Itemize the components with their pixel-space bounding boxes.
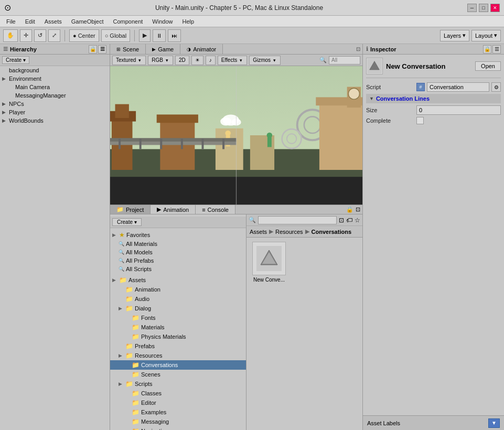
play-button[interactable]: ▶: [139, 29, 151, 42]
pause-button[interactable]: ⏸: [153, 29, 166, 42]
inspector-menu-button[interactable]: ☰: [492, 45, 501, 53]
inspector-section-conversation-lines[interactable]: ▼ Conversation Lines: [366, 94, 501, 103]
step-button[interactable]: ⏭: [168, 29, 181, 42]
close-button[interactable]: ✕: [490, 4, 500, 12]
tab-animation[interactable]: ▶ Animation: [151, 205, 196, 214]
assets-breadcrumb: Assets ▶ Resources ▶ Conversations: [246, 226, 362, 238]
folder-scenes[interactable]: 📁 Scenes: [110, 370, 246, 379]
folder-classes[interactable]: 📁 Classes: [110, 389, 246, 398]
section-arrow-icon: ▼: [369, 96, 374, 101]
project-create-button[interactable]: Create ▾: [112, 218, 142, 226]
color-mode-dropdown[interactable]: RGB ▾: [148, 56, 173, 65]
hierarchy-item-player[interactable]: ▶ Player: [0, 108, 110, 116]
folder-icon: 📁: [132, 371, 140, 378]
layout-dropdown[interactable]: Layout ▾: [471, 30, 501, 41]
hand-tool-button[interactable]: ✋: [3, 29, 18, 42]
sun-button[interactable]: ☀: [191, 56, 203, 65]
folder-icon: 📁: [132, 427, 140, 430]
project-toolbar: Create ▾: [110, 217, 246, 228]
layers-dropdown[interactable]: Layers ▾: [440, 30, 469, 41]
assets-root[interactable]: ▶ 📁 Assets: [110, 275, 246, 285]
render-mode-chevron: ▾: [137, 58, 142, 63]
folder-animation[interactable]: 📁 Animation: [110, 285, 246, 294]
svg-point-18: [348, 88, 359, 99]
search-filter-icon[interactable]: ⊡: [339, 217, 344, 224]
favorites-group[interactable]: ▶ ★ Favorites: [110, 230, 246, 240]
center-button[interactable]: ● Center: [69, 29, 99, 42]
folder-physics-materials[interactable]: 📁 Physics Materials: [110, 332, 246, 341]
global-button[interactable]: ○ Global: [101, 29, 130, 42]
folder-dialog[interactable]: ▶ 📁 Dialog: [110, 304, 246, 313]
folder-icon: 📁: [125, 342, 133, 350]
inspector-object-icon: [366, 58, 383, 74]
asset-item-new-conversation[interactable]: New Conve...: [251, 242, 287, 283]
effects-dropdown[interactable]: Effects ▾: [218, 56, 247, 65]
menu-edit[interactable]: Edit: [21, 17, 39, 26]
inspector-lock-button[interactable]: 🔒: [483, 45, 491, 53]
favorites-all-materials[interactable]: 🔍 All Materials: [110, 240, 246, 248]
folder-materials[interactable]: 📁 Materials: [110, 322, 246, 332]
menu-window[interactable]: Window: [148, 17, 177, 26]
scale-tool-button[interactable]: ⤢: [48, 29, 60, 42]
rotate-tool-button[interactable]: ↺: [34, 29, 46, 42]
scene-search-icon: 🔍: [319, 57, 327, 63]
move-tool-button[interactable]: ✛: [20, 29, 32, 42]
tab-console[interactable]: ≡ Console: [196, 205, 235, 214]
object-logo-svg: [367, 59, 382, 73]
favorites-all-scripts[interactable]: 🔍 All Scripts: [110, 265, 246, 273]
asset-label-dropdown-button[interactable]: ▼: [488, 418, 500, 428]
hierarchy-menu-button[interactable]: ☰: [98, 45, 106, 53]
folder-examples[interactable]: 📁 Examples: [110, 407, 246, 417]
menu-gameobject[interactable]: GameObject: [67, 17, 108, 26]
hierarchy-lock-button[interactable]: 🔒: [89, 45, 97, 53]
folder-editor[interactable]: 📁 Editor: [110, 398, 246, 407]
audio-button[interactable]: ♪: [206, 56, 216, 65]
folder-fonts[interactable]: 📁 Fonts: [110, 313, 246, 322]
minimize-button[interactable]: ─: [467, 4, 477, 12]
render-mode-dropdown[interactable]: Textured ▾: [112, 56, 146, 65]
favorites-all-prefabs[interactable]: 🔍 All Prefabs: [110, 256, 246, 265]
complete-checkbox[interactable]: [416, 117, 424, 124]
gizmos-dropdown[interactable]: Gizmos ▾: [249, 56, 281, 65]
animation-tab-icon: ▶: [157, 206, 161, 213]
favorites-all-models[interactable]: 🔍 All Models: [110, 248, 246, 256]
folder-scripts[interactable]: ▶ 📁 Scripts: [110, 379, 246, 389]
hierarchy-item-main-camera[interactable]: Main Camera: [0, 83, 110, 91]
inspector-object-header: New Conversation Open: [366, 58, 501, 78]
menu-help[interactable]: Help: [178, 17, 198, 26]
tab-animator[interactable]: ◑ Animator: [180, 44, 223, 54]
folder-navigation[interactable]: 📁 Navigation: [110, 426, 246, 430]
search-star-icon[interactable]: ☆: [355, 217, 360, 224]
scene-search-input[interactable]: [329, 56, 360, 64]
inspector-open-button[interactable]: Open: [475, 61, 501, 71]
size-value[interactable]: 0: [416, 105, 501, 115]
hierarchy-item-npcs[interactable]: ▶ NPCs: [0, 100, 110, 108]
tab-game[interactable]: ▶ Game: [146, 44, 180, 54]
panel-maximize-icon[interactable]: ⊡: [356, 206, 360, 213]
tab-scene[interactable]: ⊞ Scene: [110, 44, 146, 54]
svg-point-26: [220, 117, 231, 126]
folder-conversations[interactable]: 📁 Conversations: [110, 360, 246, 370]
maximize-button[interactable]: □: [479, 4, 488, 12]
folder-audio[interactable]: 📁 Audio: [110, 294, 246, 304]
hierarchy-item-background[interactable]: background: [0, 66, 110, 74]
hierarchy-item-environment[interactable]: ▶ Environment: [0, 74, 110, 83]
folder-prefabs[interactable]: 📁 Prefabs: [110, 341, 246, 351]
menu-assets[interactable]: Assets: [40, 17, 66, 26]
search-tag-icon[interactable]: 🏷: [346, 217, 352, 224]
maximize-view-icon[interactable]: ⊡: [356, 46, 360, 52]
svg-rect-12: [115, 104, 129, 118]
mode-2d-button[interactable]: 2D: [175, 56, 189, 65]
hierarchy-toolbar: Create ▾: [0, 55, 110, 66]
menu-component[interactable]: Component: [109, 17, 147, 26]
hierarchy-item-messaging-manager[interactable]: MessagingManager: [0, 91, 110, 100]
tab-project[interactable]: 📁 Project: [110, 205, 151, 214]
assets-search-input[interactable]: [258, 216, 337, 224]
menu-file[interactable]: File: [2, 17, 20, 26]
hierarchy-create-button[interactable]: Create ▾: [2, 56, 29, 64]
script-gear-button[interactable]: ⚙: [491, 82, 501, 92]
panel-lock-icon[interactable]: 🔒: [346, 206, 353, 213]
folder-resources[interactable]: ▶ 📁 Resources: [110, 351, 246, 360]
folder-messaging[interactable]: 📁 Messaging: [110, 417, 246, 426]
hierarchy-item-worldbounds[interactable]: ▶ WorldBounds: [0, 116, 110, 125]
